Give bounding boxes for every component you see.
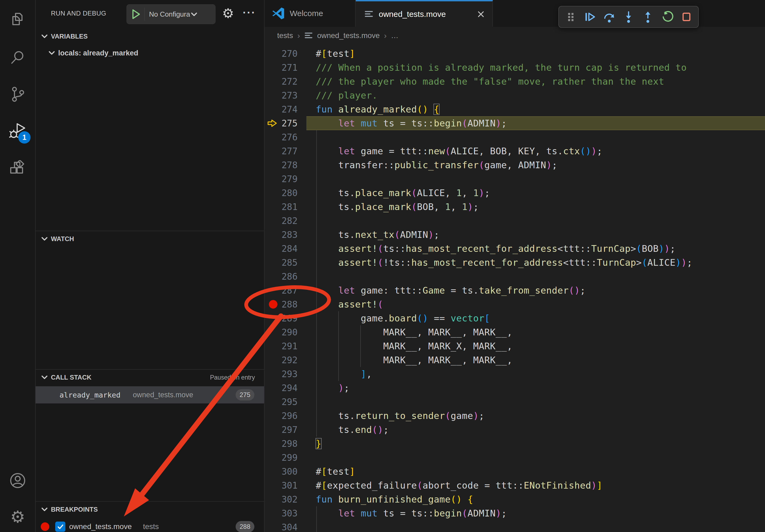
- gutter-301[interactable]: 301: [265, 478, 307, 492]
- breadcrumb-dir[interactable]: tests: [277, 31, 293, 40]
- code-line-289[interactable]: 289 game.board() == vector[: [265, 311, 765, 325]
- gutter-297[interactable]: 297: [265, 423, 307, 437]
- code-text[interactable]: assert!(: [307, 297, 765, 311]
- code-line-287[interactable]: 287 let game: ttt::Game = ts.take_from_s…: [265, 283, 765, 297]
- code-text[interactable]: [307, 172, 765, 186]
- code-line-272[interactable]: 272/// the player who made the "false" m…: [265, 75, 765, 89]
- code-line-277[interactable]: 277 let game = ttt::new(ALICE, BOB, KEY,…: [265, 144, 765, 158]
- breadcrumb-more[interactable]: …: [391, 31, 398, 40]
- code-text[interactable]: #[test]: [307, 464, 765, 478]
- breadcrumb-file[interactable]: owned_tests.move: [317, 31, 380, 40]
- code-line-274[interactable]: 274fun already_marked() {: [265, 102, 765, 116]
- restart-icon[interactable]: [660, 9, 675, 24]
- code-line-276[interactable]: 276: [265, 130, 765, 144]
- code-text[interactable]: MARK__, MARK_X, MARK__,: [307, 339, 765, 353]
- search-icon[interactable]: [9, 49, 26, 66]
- code-line-294[interactable]: 294 );: [265, 381, 765, 395]
- code-line-284[interactable]: 284 assert!(ts::has_most_recent_for_addr…: [265, 242, 765, 256]
- code-text[interactable]: [307, 450, 765, 464]
- watch-section-header[interactable]: WATCH: [36, 232, 264, 245]
- toolbar-drag-handle-icon[interactable]: [563, 9, 578, 24]
- code-line-302[interactable]: 302fun burn_unfinished_game() {: [265, 492, 765, 506]
- code-line-293[interactable]: 293 ],: [265, 367, 765, 381]
- code-text[interactable]: ],: [307, 367, 765, 381]
- breakpoint-row[interactable]: owned_tests.move tests 288: [36, 519, 264, 532]
- code-line-270[interactable]: 270#[test]: [265, 47, 765, 61]
- source-control-icon[interactable]: [9, 86, 26, 103]
- gutter-274[interactable]: 274: [265, 102, 307, 116]
- gutter-281[interactable]: 281: [265, 200, 307, 214]
- gutter-285[interactable]: 285: [265, 256, 307, 269]
- code-line-282[interactable]: 282: [265, 214, 765, 228]
- code-text[interactable]: ts.place_mark(ALICE, 1, 1);: [307, 186, 765, 200]
- code-text[interactable]: /// the player who made the "false" move…: [307, 75, 765, 89]
- code-line-279[interactable]: 279: [265, 172, 765, 186]
- variables-scope-row[interactable]: locals: already_marked: [36, 46, 264, 60]
- gutter-289[interactable]: 289: [265, 311, 307, 325]
- gutter-293[interactable]: 293: [265, 367, 307, 381]
- code-text[interactable]: ts.next_tx(ADMIN);: [307, 228, 765, 242]
- code-line-300[interactable]: 300#[test]: [265, 464, 765, 478]
- code-line-291[interactable]: 291 MARK__, MARK_X, MARK__,: [265, 339, 765, 353]
- code-line-290[interactable]: 290 MARK__, MARK__, MARK__,: [265, 325, 765, 339]
- code-text[interactable]: [307, 395, 765, 409]
- code-text[interactable]: assert!(!ts::has_most_recent_for_address…: [307, 256, 765, 269]
- code-text[interactable]: [307, 214, 765, 228]
- explorer-icon[interactable]: [9, 11, 26, 28]
- gutter-290[interactable]: 290: [265, 325, 307, 339]
- gutter-298[interactable]: 298: [265, 437, 307, 450]
- code-text[interactable]: assert!(ts::has_most_recent_for_address<…: [307, 242, 765, 256]
- code-line-278[interactable]: 278 transfer::public_transfer(game, ADMI…: [265, 158, 765, 172]
- gutter-295[interactable]: 295: [265, 395, 307, 409]
- code-text[interactable]: MARK__, MARK__, MARK__,: [307, 325, 765, 339]
- call-stack-section-header[interactable]: CALL STACK Paused on entry: [36, 371, 264, 384]
- gutter-283[interactable]: 283: [265, 228, 307, 242]
- call-stack-frame-row[interactable]: already_marked owned_tests.move 275: [36, 386, 264, 403]
- code-text[interactable]: );: [307, 381, 765, 395]
- code-text[interactable]: fun burn_unfinished_game() {: [307, 492, 765, 506]
- code-line-299[interactable]: 299: [265, 450, 765, 464]
- close-icon[interactable]: [477, 10, 485, 18]
- settings-gear-icon[interactable]: ⚙: [9, 508, 26, 526]
- gutter-296[interactable]: 296: [265, 409, 307, 423]
- code-text[interactable]: /// When a position is already marked, t…: [307, 61, 765, 75]
- gutter-275[interactable]: 275: [265, 116, 307, 130]
- gutter-284[interactable]: 284: [265, 242, 307, 256]
- gutter-270[interactable]: 270: [265, 47, 307, 61]
- breakpoints-section-header[interactable]: BREAKPOINTS: [36, 503, 264, 516]
- extensions-icon[interactable]: [9, 160, 26, 177]
- stop-icon[interactable]: [679, 9, 694, 24]
- start-debug-icon[interactable]: [132, 9, 141, 20]
- code-line-301[interactable]: 301#[expected_failure(abort_code = ttt::…: [265, 478, 765, 492]
- debug-settings-gear-icon[interactable]: ⚙: [221, 6, 236, 21]
- code-line-286[interactable]: 286: [265, 269, 765, 283]
- gutter-278[interactable]: 278: [265, 158, 307, 172]
- code-line-281[interactable]: 281 ts.place_mark(BOB, 1, 1);: [265, 200, 765, 214]
- gutter-272[interactable]: 272: [265, 75, 307, 89]
- code-text[interactable]: fun already_marked() {: [307, 102, 765, 116]
- gutter-302[interactable]: 302: [265, 492, 307, 506]
- code-line-304[interactable]: 304: [265, 520, 765, 532]
- code-text[interactable]: #[expected_failure(abort_code = ttt::ENo…: [307, 478, 765, 492]
- gutter-292[interactable]: 292: [265, 353, 307, 367]
- code-line-288[interactable]: 288 assert!(: [265, 297, 765, 311]
- code-text[interactable]: [307, 130, 765, 144]
- code-text[interactable]: /// player.: [307, 89, 765, 102]
- gutter-288[interactable]: 288: [265, 297, 307, 311]
- gutter-300[interactable]: 300: [265, 464, 307, 478]
- code-line-297[interactable]: 297 ts.end();: [265, 423, 765, 437]
- gutter-276[interactable]: 276: [265, 130, 307, 144]
- step-over-icon[interactable]: [602, 9, 617, 24]
- code-text[interactable]: let game = ttt::new(ALICE, BOB, KEY, ts.…: [307, 144, 765, 158]
- gutter-304[interactable]: 304: [265, 520, 307, 532]
- run-and-debug-icon[interactable]: 1: [9, 123, 26, 140]
- continue-icon[interactable]: [582, 9, 597, 24]
- breakpoint-checkbox[interactable]: [55, 522, 65, 532]
- code-text[interactable]: [307, 520, 765, 532]
- gutter-294[interactable]: 294: [265, 381, 307, 395]
- code-line-273[interactable]: 273/// player.: [265, 89, 765, 102]
- code-line-303[interactable]: 303 let mut ts = ts::begin(ADMIN);: [265, 506, 765, 520]
- code-text[interactable]: game.board() == vector[: [307, 311, 765, 325]
- gutter-282[interactable]: 282: [265, 214, 307, 228]
- code-text[interactable]: ts.return_to_sender(game);: [307, 409, 765, 423]
